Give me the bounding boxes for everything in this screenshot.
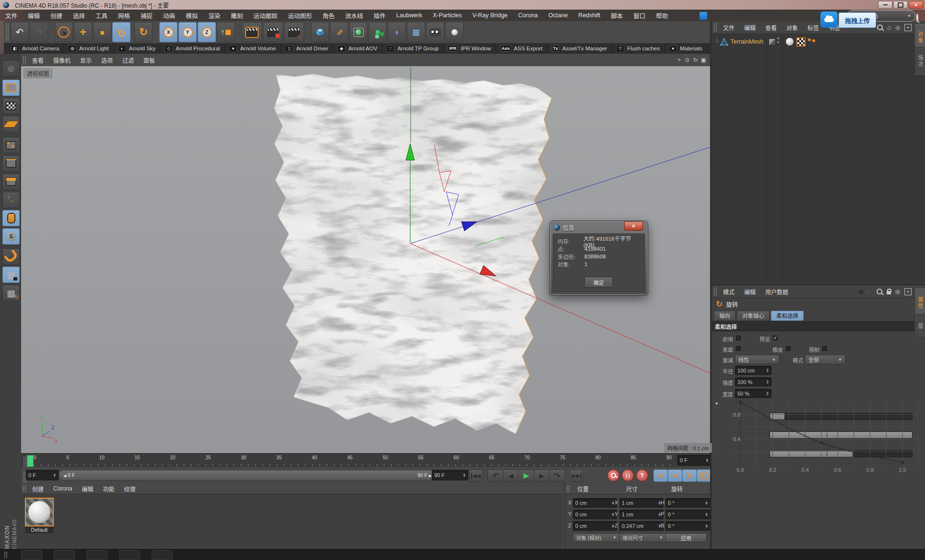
workplane-mode-button[interactable]: [2, 116, 20, 132]
material-menu-corona[interactable]: Corona: [48, 485, 77, 492]
snap-button[interactable]: [2, 248, 20, 265]
taskbar-app-icon[interactable]: [119, 550, 140, 560]
am-search-icon[interactable]: [877, 289, 882, 294]
am-menu-mode[interactable]: 模式: [718, 288, 739, 296]
om-eye-icon[interactable]: ◎: [895, 24, 900, 31]
am-menu-edit[interactable]: 编辑: [739, 288, 760, 296]
menu-snap[interactable]: 捕捉: [135, 11, 158, 20]
viewport-menu-options[interactable]: 选项: [96, 56, 118, 64]
size-y-input[interactable]: 1 cm▲▼: [619, 510, 664, 519]
om-menu-file[interactable]: 文件: [718, 23, 739, 32]
rot-h-input[interactable]: 0 °▲▼: [665, 498, 711, 508]
material-manager-grip[interactable]: [23, 485, 26, 492]
surface-checkbox[interactable]: [735, 345, 742, 352]
pos-z-input[interactable]: 0 cm▲▼: [573, 521, 617, 531]
drag-upload-button[interactable]: 拖拽上传: [839, 12, 876, 28]
cloud-upload-icon[interactable]: [820, 12, 838, 28]
points-mode-button[interactable]: [2, 137, 20, 153]
menu-plugins[interactable]: 插件: [368, 11, 391, 20]
render-view-button[interactable]: [242, 22, 262, 42]
menu-script[interactable]: 脚本: [605, 11, 628, 20]
texture-mode-button[interactable]: [2, 98, 20, 114]
top-search-icon[interactable]: [916, 13, 918, 22]
dialog-ok-button[interactable]: 确定: [584, 277, 613, 288]
tab-takes[interactable]: 场次: [914, 47, 925, 76]
menu-octane[interactable]: Octane: [543, 12, 573, 19]
current-frame-input[interactable]: 0 F▲▼: [26, 470, 59, 480]
title-bar[interactable]: CINEMA 4D R18.057 Studio (RC - R18) - [m…: [0, 0, 925, 10]
menu-redshift[interactable]: Redshift: [573, 12, 605, 19]
am-history-forward-icon[interactable]: ▷: [867, 288, 872, 295]
object-name[interactable]: TerrainMesh: [731, 38, 764, 45]
viewport-menu-panel[interactable]: 面板: [139, 56, 160, 64]
ruler-frame-input[interactable]: 0 F▲▼: [677, 455, 711, 466]
add-environment-button[interactable]: ▦: [407, 22, 425, 42]
enable-axis-button[interactable]: ↑→: [2, 192, 20, 208]
menu-pipeline[interactable]: 流水线: [340, 11, 368, 20]
arnold-tp-group-button[interactable]: ∷Arnold TP Group: [382, 43, 443, 54]
size-z-input[interactable]: 0.247 cm▲▼: [619, 521, 664, 531]
prev-key-button[interactable]: ↶: [487, 469, 504, 482]
am-add-icon[interactable]: [904, 288, 912, 295]
flush-caches-button[interactable]: ▽Flush caches: [612, 43, 664, 54]
menu-character[interactable]: 角色: [317, 11, 340, 20]
playhead[interactable]: [27, 455, 34, 467]
coordinates-grip[interactable]: [566, 485, 569, 492]
menu-window[interactable]: 窗口: [628, 11, 651, 20]
menu-motion-tracker[interactable]: 运动跟踪: [248, 11, 283, 20]
last-tool-button[interactable]: ↻: [134, 22, 153, 42]
menu-tools[interactable]: 工具: [90, 11, 113, 20]
arnold-volume-button[interactable]: ●Arnold Volume: [225, 43, 281, 54]
arnold-aov-button[interactable]: ◆Arnold AOV: [333, 43, 382, 54]
key-parameter-toggle[interactable]: P: [697, 469, 711, 482]
ass-export-button[interactable]: AssASS Export: [496, 43, 547, 54]
minimize-button[interactable]: [878, 1, 892, 9]
lock-workplane-button[interactable]: ▦: [2, 267, 20, 283]
overlay-mini-icon[interactable]: [700, 12, 707, 20]
material-name[interactable]: Default: [25, 526, 54, 533]
viewport-solo-button[interactable]: [2, 210, 20, 226]
materials-button[interactable]: ●Materials: [664, 43, 707, 54]
polygons-mode-button[interactable]: [2, 174, 20, 190]
add-camera-button[interactable]: [426, 22, 444, 42]
add-subdivision-button[interactable]: [349, 22, 368, 42]
live-selection-button[interactable]: ▲: [55, 22, 73, 42]
add-light-button[interactable]: [445, 22, 463, 42]
material-thumbnail[interactable]: [25, 498, 54, 526]
mode-dropdown[interactable]: 全部▼: [805, 355, 845, 364]
menu-sculpt[interactable]: 雕刻: [225, 11, 248, 20]
rot-p-input[interactable]: 0 °▲▼: [665, 510, 711, 519]
spinner-icon[interactable]: ▲▼: [704, 458, 709, 463]
preview-checkbox[interactable]: [772, 335, 779, 341]
viewport-menu-camera[interactable]: 摄像机: [48, 56, 75, 64]
record-key-button[interactable]: [607, 469, 619, 481]
add-primitive-button[interactable]: [311, 22, 329, 42]
viewport-menu-filter[interactable]: 过滤: [118, 56, 139, 64]
rotate-button[interactable]: ↻: [112, 22, 130, 42]
arnold-camera-button[interactable]: ◧Arnold Camera: [7, 43, 64, 54]
menu-simulate[interactable]: 模拟: [180, 11, 203, 20]
key-position-toggle[interactable]: +: [653, 469, 668, 482]
size-mode-dropdown[interactable]: 绝对尺寸▼: [619, 533, 666, 542]
render-picture-viewer-button[interactable]: [263, 22, 283, 42]
tab-axis[interactable]: 轴向: [714, 311, 735, 321]
play-button[interactable]: ▶: [518, 469, 534, 482]
menu-mograph[interactable]: 运动图形: [283, 11, 317, 20]
timeline-ruler[interactable]: 051015202530354045505560657075808590 0 F…: [21, 453, 710, 468]
prev-frame-button[interactable]: ◀: [503, 469, 519, 482]
dialog-close-button[interactable]: ×: [624, 222, 643, 231]
falloff-dropdown[interactable]: 线性▼: [735, 355, 779, 364]
enable-checkbox[interactable]: [735, 335, 742, 341]
uvw-tag-icon[interactable]: [796, 37, 806, 47]
section-soft-selection[interactable]: 柔和选择: [712, 321, 925, 331]
arnold-driver-button[interactable]: ▯Arnold Driver: [281, 43, 333, 54]
pos-y-input[interactable]: 0 cm▲▼: [573, 510, 617, 519]
viewport-menu-display[interactable]: 显示: [75, 56, 96, 64]
key-scale-toggle[interactable]: ■: [668, 469, 682, 482]
model-mode-button[interactable]: [2, 80, 20, 96]
viewport-menu-view[interactable]: 查看: [27, 56, 48, 64]
key-rotation-toggle[interactable]: ↻: [682, 469, 697, 482]
om-home-icon[interactable]: ⌂: [887, 24, 891, 31]
tab-object-axis[interactable]: 对象轴心: [737, 311, 770, 321]
tab-soft-selection[interactable]: 柔和选择: [771, 311, 804, 321]
